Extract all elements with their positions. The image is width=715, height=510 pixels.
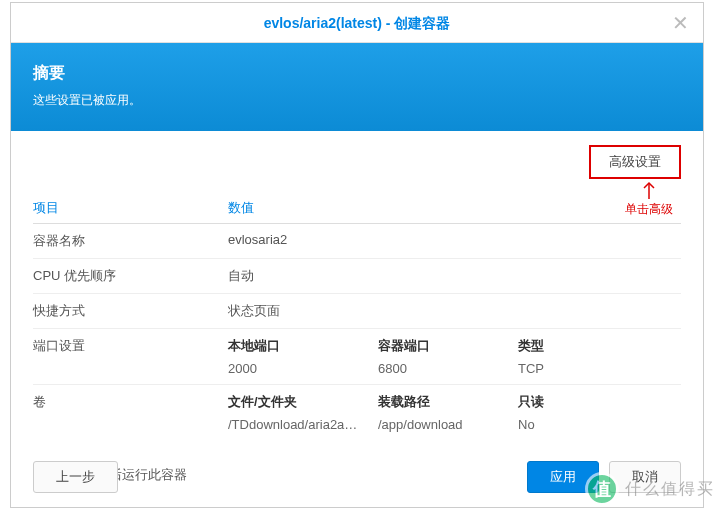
summary-banner: 摘要 这些设置已被应用。 [11, 43, 703, 131]
table-row: 容器名称 evlosaria2 [33, 224, 681, 259]
port-local-header: 本地端口 [228, 337, 378, 355]
table-header: 项目 数值 [33, 199, 681, 224]
annotation-click-advanced: 单击高级 [625, 181, 673, 218]
row-label: CPU 优先顺序 [33, 267, 228, 285]
close-icon[interactable]: ✕ [672, 3, 689, 43]
table-row: 快捷方式 状态页面 [33, 294, 681, 329]
port-type-header: 类型 [518, 337, 681, 355]
volume-file-value: /TDdownload/aria2a… [228, 417, 378, 432]
port-container-header: 容器端口 [378, 337, 518, 355]
annotation-label: 单击高级 [625, 202, 673, 216]
port-container-value: 6800 [378, 361, 518, 376]
volume-mount-value: /app/download [378, 417, 518, 432]
row-value: 自动 [228, 267, 681, 285]
row-label: 端口设置 [33, 337, 228, 376]
row-label: 容器名称 [33, 232, 228, 250]
header-value: 数值 [228, 199, 681, 217]
table-row: CPU 优先顺序 自动 [33, 259, 681, 294]
row-value: 状态页面 [228, 302, 681, 320]
dialog-footer: 上一步 应用 取消 [33, 461, 681, 493]
titlebar: evlos/aria2(latest) - 创建容器 ✕ [11, 3, 703, 43]
row-label: 快捷方式 [33, 302, 228, 320]
dialog-title: evlos/aria2(latest) - 创建容器 [264, 15, 451, 31]
port-type-value: TCP [518, 361, 681, 376]
volume-row: 卷 文件/文件夹 /TDdownload/aria2a… 装载路径 /app/d… [33, 385, 681, 440]
volume-readonly-header: 只读 [518, 393, 681, 411]
create-container-dialog: evlos/aria2(latest) - 创建容器 ✕ 摘要 这些设置已被应用… [10, 2, 704, 508]
cancel-button[interactable]: 取消 [609, 461, 681, 493]
volume-mount-header: 装载路径 [378, 393, 518, 411]
banner-title: 摘要 [33, 63, 681, 84]
port-local-value: 2000 [228, 361, 378, 376]
apply-button[interactable]: 应用 [527, 461, 599, 493]
volume-readonly-value: No [518, 417, 681, 432]
volume-file-header: 文件/文件夹 [228, 393, 378, 411]
settings-table: 项目 数值 容器名称 evlosaria2 CPU 优先顺序 自动 快捷方式 状… [33, 199, 681, 440]
prev-button[interactable]: 上一步 [33, 461, 118, 493]
arrow-up-icon [642, 181, 656, 201]
header-item: 项目 [33, 199, 228, 217]
banner-subtitle: 这些设置已被应用。 [33, 92, 681, 109]
advanced-settings-button[interactable]: 高级设置 [589, 145, 681, 179]
port-settings-row: 端口设置 本地端口 2000 容器端口 6800 类型 TCP [33, 329, 681, 385]
content-area: 高级设置 单击高级 项目 数值 容器名称 evlosaria2 CPU 优先顺序… [11, 131, 703, 484]
row-value: evlosaria2 [228, 232, 681, 250]
row-label: 卷 [33, 393, 228, 432]
